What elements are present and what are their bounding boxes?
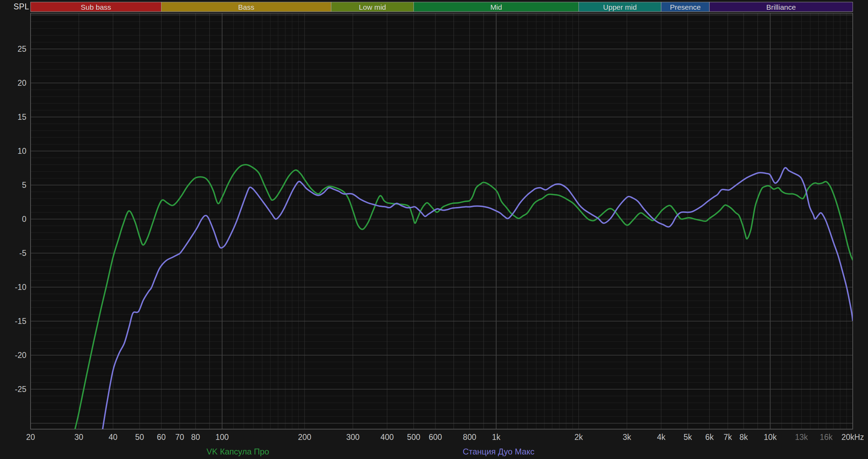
x-tick-label-500: 500 — [407, 433, 420, 442]
band-label-upper-mid: Upper mid — [603, 3, 637, 11]
x-tick-label-800: 800 — [463, 433, 476, 442]
frequency-response-chart: Sub bassBassLow midMidUpper midPresenceB… — [0, 0, 868, 459]
x-tick-label-6k: 6k — [705, 433, 714, 442]
x-tick-label-40: 40 — [109, 433, 118, 442]
band-label-low-mid: Low mid — [359, 3, 386, 11]
x-tick-label-200: 200 — [298, 433, 311, 442]
x-tick-label-20: 20 — [26, 433, 35, 442]
legend-item-vk-kapsula-pro[interactable]: VK Капсула Про — [207, 447, 269, 457]
x-tick-label-1k: 1k — [492, 433, 501, 442]
band-label-bass: Bass — [238, 3, 254, 11]
x-tick-label-5k: 5k — [684, 433, 692, 442]
y-tick-label--20: -20 — [15, 351, 26, 360]
x-tick-label-16k: 16k — [820, 433, 833, 442]
y-tick-label-5: 5 — [22, 181, 26, 190]
x-tick-label-13k: 13k — [795, 433, 808, 442]
y-tick-label-15: 15 — [17, 112, 26, 122]
band-label-brilliance: Brilliance — [766, 3, 796, 11]
x-tick-label-400: 400 — [381, 433, 394, 442]
spl-axis-title: SPL — [0, 2, 29, 11]
x-tick-label-100: 100 — [216, 433, 229, 442]
y-tick-label-20: 20 — [17, 78, 26, 87]
x-tick-label-300: 300 — [346, 433, 359, 442]
x-tick-label-60: 60 — [157, 433, 166, 442]
y-tick-label--10: -10 — [15, 283, 26, 292]
x-tick-label-50: 50 — [135, 433, 144, 442]
x-tick-label-7k: 7k — [724, 433, 732, 442]
x-tick-label-80: 80 — [191, 433, 200, 442]
x-tick-label-2k: 2k — [575, 433, 583, 442]
x-tick-label-10k: 10k — [764, 433, 777, 442]
y-tick-label-0: 0 — [22, 215, 26, 224]
x-tick-label-3k: 3k — [623, 433, 632, 442]
band-label-mid: Mid — [490, 3, 502, 11]
y-tick-label-25: 25 — [17, 44, 26, 53]
y-tick-label--15: -15 — [15, 317, 26, 326]
y-tick-label-10: 10 — [17, 147, 26, 156]
y-tick-label--25: -25 — [15, 385, 26, 394]
band-label-presence: Presence — [670, 3, 701, 11]
legend-item-stantsiya-duo-maks[interactable]: Станция Дуо Макс — [463, 447, 534, 457]
x-tick-label-8k: 8k — [740, 433, 748, 442]
x-tick-label-70: 70 — [175, 433, 184, 442]
band-label-sub-bass: Sub bass — [81, 3, 111, 11]
x-tick-label-600: 600 — [429, 433, 442, 442]
frequency-response-page: Sub bassBassLow midMidUpper midPresenceB… — [0, 0, 868, 459]
x-tick-label-4k: 4k — [657, 433, 666, 442]
x-tick-label-30: 30 — [74, 433, 83, 442]
y-tick-label--5: -5 — [19, 249, 26, 258]
x-tick-label-20kHz: 20kHz — [841, 433, 864, 442]
